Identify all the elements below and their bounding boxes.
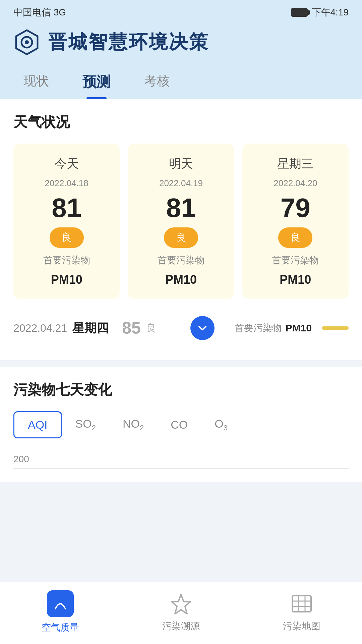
status-bar: 中国电信 3G 下午4:19 [0, 0, 362, 22]
svg-point-2 [25, 40, 29, 44]
app-title: 晋城智慧环境决策 [48, 30, 209, 55]
today-quality-badge: 良 [50, 227, 84, 248]
chart-area: 200 [13, 450, 349, 472]
pollution-source-icon [169, 592, 193, 616]
bottom-nav-pollution-source-label: 污染溯源 [162, 620, 200, 633]
today-date: 2022.04.18 [45, 178, 88, 189]
tomorrow-aqi: 81 [166, 195, 196, 221]
expand-bar-indicator [322, 326, 349, 330]
today-pollutant: PM10 [51, 273, 82, 287]
expand-quality: 良 [146, 321, 190, 335]
expand-aqi: 85 [122, 318, 141, 338]
air-quality-icon [47, 590, 74, 617]
filter-tabs: AQI SO2 NO2 CO O3 [13, 411, 349, 438]
pollution-map-icon [290, 592, 314, 616]
pollution-section: 污染物七天变化 AQI SO2 NO2 CO O3 200 [0, 367, 362, 482]
carrier-text: 中国电信 3G [13, 6, 66, 19]
status-right: 下午4:19 [291, 6, 349, 19]
nav-tabs: 现状 预测 考核 [0, 66, 362, 99]
filter-tab-co[interactable]: CO [157, 412, 201, 437]
filter-tab-so2[interactable]: SO2 [62, 411, 109, 438]
today-label: 今天 [55, 156, 79, 172]
expand-button[interactable] [190, 316, 215, 340]
filter-tab-no2[interactable]: NO2 [109, 411, 157, 438]
app-logo-icon [13, 29, 40, 56]
bottom-nav-pollution-map[interactable]: 污染地图 [283, 592, 320, 633]
wednesday-quality-badge: 良 [278, 227, 312, 248]
main-content: 天气状况 今天 2022.04.18 81 良 首要污染物 PM10 明天 20… [0, 99, 362, 636]
expand-pollutant-label: 首要污染物 [235, 322, 282, 334]
tab-assessment[interactable]: 考核 [141, 66, 173, 99]
today-aqi: 81 [52, 195, 81, 221]
wednesday-label: 星期三 [277, 156, 313, 172]
weather-card-wednesday: 星期三 2022.04.20 79 良 首要污染物 PM10 [242, 144, 349, 299]
chart-y-label: 200 [13, 454, 349, 465]
filter-tab-aqi[interactable]: AQI [13, 411, 62, 438]
bottom-nav-pollution-map-label: 污染地图 [283, 620, 320, 633]
wednesday-aqi: 79 [281, 195, 310, 221]
battery-icon [291, 8, 308, 17]
weather-section-title: 天气状况 [13, 113, 349, 131]
bottom-nav-air-quality[interactable]: 空气质量 [42, 590, 79, 634]
bottom-nav-air-quality-label: 空气质量 [42, 621, 79, 634]
tomorrow-label: 明天 [169, 156, 193, 172]
weather-cards-row: 今天 2022.04.18 81 良 首要污染物 PM10 明天 2022.04… [13, 144, 349, 299]
wednesday-pollutant-label: 首要污染物 [272, 254, 319, 267]
wednesday-date: 2022.04.20 [274, 178, 317, 189]
bottom-nav-pollution-source[interactable]: 污染溯源 [162, 592, 200, 633]
app-header: 晋城智慧环境决策 [0, 22, 362, 66]
expand-pollutant-value: PM10 [286, 322, 312, 334]
wednesday-pollutant: PM10 [280, 273, 311, 287]
weather-card-tomorrow: 明天 2022.04.19 81 良 首要污染物 PM10 [128, 144, 234, 299]
weather-expand-row: 2022.04.21 星期四 85 良 首要污染物 PM10 [13, 309, 349, 347]
pollution-section-title: 污染物七天变化 [13, 380, 349, 399]
bottom-nav: 空气质量 污染溯源 污染地图 [0, 582, 362, 644]
today-pollutant-label: 首要污染物 [43, 254, 90, 267]
chevron-down-icon [196, 322, 208, 334]
tomorrow-pollutant-label: 首要污染物 [158, 254, 204, 267]
weather-section: 天气状况 今天 2022.04.18 81 良 首要污染物 PM10 明天 20… [0, 99, 362, 360]
air-quality-svg [52, 595, 69, 612]
tab-forecast[interactable]: 预测 [79, 66, 114, 99]
expand-weekday: 星期四 [72, 320, 109, 336]
chart-baseline [13, 468, 349, 469]
tomorrow-pollutant: PM10 [165, 273, 197, 287]
weather-card-today: 今天 2022.04.18 81 良 首要污染物 PM10 [13, 144, 120, 299]
filter-tab-o3[interactable]: O3 [201, 411, 241, 438]
tomorrow-date: 2022.04.19 [159, 178, 203, 189]
tab-current-status[interactable]: 现状 [20, 66, 52, 99]
time-text: 下午4:19 [312, 6, 349, 19]
svg-rect-3 [292, 596, 311, 612]
tomorrow-quality-badge: 良 [164, 227, 198, 248]
expand-date: 2022.04.21 [13, 322, 67, 334]
